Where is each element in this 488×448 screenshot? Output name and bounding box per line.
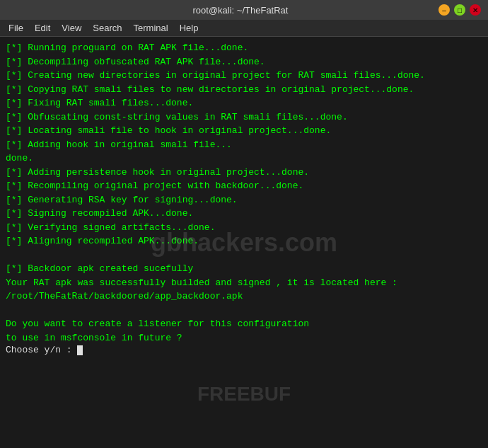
minimize-button[interactable]: – bbox=[438, 4, 450, 16]
watermark-freebuf: FREEBUF bbox=[197, 383, 291, 406]
menu-bar: File Edit View Search Terminal Help bbox=[0, 20, 488, 37]
menu-terminal[interactable]: Terminal bbox=[128, 21, 174, 35]
menu-view[interactable]: View bbox=[56, 21, 87, 35]
menu-help[interactable]: Help bbox=[174, 21, 204, 35]
menu-search[interactable]: Search bbox=[87, 21, 127, 35]
terminal-window: root@kali: ~/TheFatRat – □ ✕ File Edit V… bbox=[0, 0, 488, 448]
terminal-output: [*] Running proguard on RAT APK file...d… bbox=[6, 41, 482, 345]
prompt-text: Choose y/n : bbox=[6, 345, 72, 355]
menu-file[interactable]: File bbox=[3, 21, 29, 35]
terminal-input-line[interactable]: Choose y/n : bbox=[6, 345, 482, 355]
close-button[interactable]: ✕ bbox=[470, 4, 481, 16]
title-bar: root@kali: ~/TheFatRat – □ ✕ bbox=[0, 0, 488, 20]
window-controls: – □ ✕ bbox=[438, 4, 481, 16]
cursor bbox=[77, 345, 83, 355]
window-title: root@kali: ~/TheFatRat bbox=[42, 5, 438, 16]
terminal-body: gbhackers.com FREEBUF [*] Running progua… bbox=[0, 37, 488, 448]
menu-edit[interactable]: Edit bbox=[29, 21, 56, 35]
maximize-button[interactable]: □ bbox=[454, 4, 465, 16]
